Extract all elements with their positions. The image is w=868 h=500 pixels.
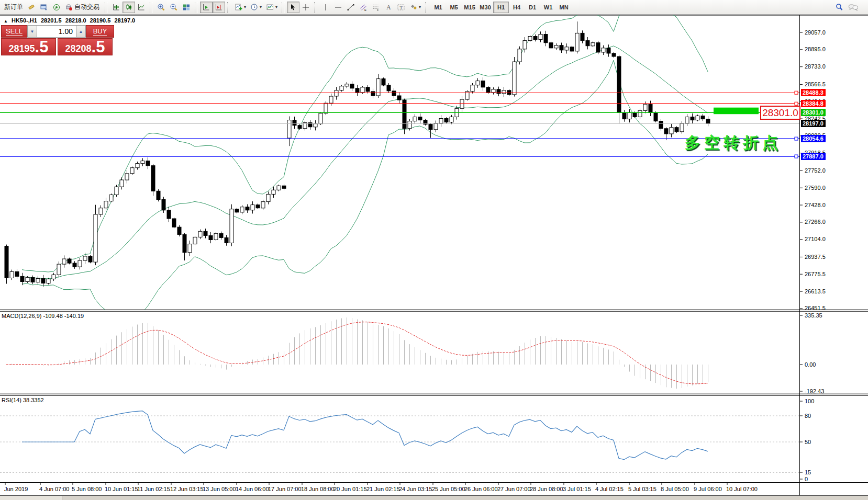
price-tick-label: 28566.5 [805, 81, 826, 87]
price-tick-label: 27266.0 [805, 219, 826, 225]
price-tick-label: 27590.0 [805, 185, 826, 191]
new-order-button[interactable]: 新订单 [2, 2, 25, 13]
price-tick-label: 28080.5 [805, 132, 826, 139]
radio-signal-icon [52, 3, 61, 12]
templates-button[interactable]: ▾ [264, 2, 280, 13]
rsi-tick-label: 80 [805, 413, 811, 419]
buy-price[interactable]: 28208 .5 [58, 38, 113, 55]
toolbar-grip [195, 2, 198, 13]
chart-symbol-header: ▲ HK50-,H1 28201.5 28218.0 28190.5 28197… [4, 17, 137, 24]
buy-price-main: 28208 [65, 43, 92, 54]
candle [382, 79, 385, 85]
date-axis-label: 10 Jul 07:00 [726, 486, 758, 492]
terminal-icon[interactable] [38, 2, 50, 13]
text-a-icon: A [384, 3, 393, 12]
indicators-button[interactable]: ▾ [232, 2, 248, 13]
chart-canvas [0, 0, 868, 500]
candle [41, 278, 45, 283]
volume-decrease-button[interactable]: ▼ [27, 25, 37, 38]
sell-price[interactable]: 28195 .5 [1, 38, 56, 55]
candle [125, 174, 129, 180]
crosshair-button[interactable] [299, 2, 312, 13]
chart-area[interactable]: 29057.028895.028733.028566.528404.828242… [0, 15, 868, 500]
candle [99, 208, 103, 214]
candle [324, 103, 328, 113]
charts-icon[interactable] [25, 2, 38, 13]
candlestick-chart-button[interactable] [123, 2, 135, 13]
price-tick-label: 27428.0 [805, 202, 826, 208]
candle [303, 123, 307, 129]
candle [675, 128, 678, 132]
candle [492, 89, 495, 93]
candle [408, 121, 411, 129]
fibonacci-button[interactable]: F [370, 2, 382, 13]
timeframe-mn[interactable]: MN [556, 2, 572, 13]
candle [654, 112, 658, 121]
chat-button[interactable] [846, 2, 861, 13]
line-chart-icon [137, 3, 146, 12]
cursor-button[interactable] [287, 2, 299, 13]
candle [539, 35, 542, 40]
turning-point-annotation[interactable]: 多空转折点 [685, 132, 782, 154]
candle [83, 256, 87, 260]
timeframe-h1[interactable]: H1 [493, 2, 509, 13]
candle [706, 119, 710, 124]
price-callout-label[interactable]: 28301.0 [760, 106, 800, 120]
candle [314, 124, 317, 127]
timeframe-m1[interactable]: M1 [430, 2, 446, 13]
candle [643, 104, 647, 110]
periods-button[interactable]: ▾ [248, 2, 264, 13]
price-level-badge: 28488.3 [801, 89, 826, 96]
highlight-rectangle[interactable] [714, 108, 759, 115]
timeframe-m30[interactable]: M30 [477, 2, 493, 13]
candle [162, 200, 165, 210]
toolbar: 新订单 自动交易 [0, 0, 868, 15]
bar-chart-button[interactable] [110, 2, 123, 13]
ohlc-close: 28197.0 [114, 17, 135, 24]
signals-icon[interactable] [50, 2, 63, 13]
tile-windows-button[interactable] [180, 2, 193, 13]
auto-scroll-button[interactable] [200, 2, 213, 13]
candle [612, 53, 616, 56]
candle [424, 120, 427, 124]
equidistant-channel-button[interactable]: E [357, 2, 370, 13]
sell-button[interactable]: SELL [1, 25, 27, 38]
candle [486, 87, 490, 93]
price-tick-label: 26937.5 [805, 254, 826, 260]
volume-increase-button[interactable]: ▲ [76, 25, 86, 38]
date-axis-label: 14 Jun 06:00 [236, 486, 269, 492]
candle [392, 91, 396, 96]
vertical-line-button[interactable] [319, 2, 332, 13]
timeframe-d1[interactable]: D1 [525, 2, 540, 13]
timeframe-m15[interactable]: M15 [462, 2, 477, 13]
candle [272, 190, 275, 194]
auto-trading-button[interactable]: 自动交易 [63, 2, 103, 13]
timeframe-m5[interactable]: M5 [446, 2, 462, 13]
buy-button[interactable]: BUY [86, 25, 114, 38]
date-axis-label: 11 Jun 02:15 [137, 486, 170, 492]
rsi-tick-label: 50 [805, 439, 811, 445]
horizontal-line-button[interactable] [332, 2, 344, 13]
text-label-button[interactable]: T [395, 2, 407, 13]
candle [78, 260, 82, 267]
trendline-button[interactable] [344, 2, 357, 13]
volume-input[interactable] [37, 25, 76, 38]
zoom-in-button[interactable] [155, 2, 168, 13]
text-button[interactable]: A [382, 2, 395, 13]
timeframe-h4[interactable]: H4 [509, 2, 525, 13]
arrows-button[interactable]: ▾ [407, 2, 423, 13]
line-chart-button[interactable] [135, 2, 148, 13]
date-axis-label: 27 Jun 07:00 [497, 486, 531, 492]
candle [183, 234, 186, 252]
auto-trading-label: 自动交易 [74, 3, 99, 12]
zoom-out-button[interactable] [168, 2, 180, 13]
candle [350, 84, 354, 88]
timeframe-w1[interactable]: W1 [540, 2, 556, 13]
candle [607, 48, 610, 53]
chart-shift-icon [215, 3, 223, 12]
svg-text:F: F [377, 8, 379, 12]
date-axis-label: 17 Jun 07:00 [268, 486, 302, 492]
search-button[interactable] [833, 2, 846, 13]
chart-shift-button[interactable] [213, 2, 225, 13]
svg-text:E: E [364, 8, 366, 11]
